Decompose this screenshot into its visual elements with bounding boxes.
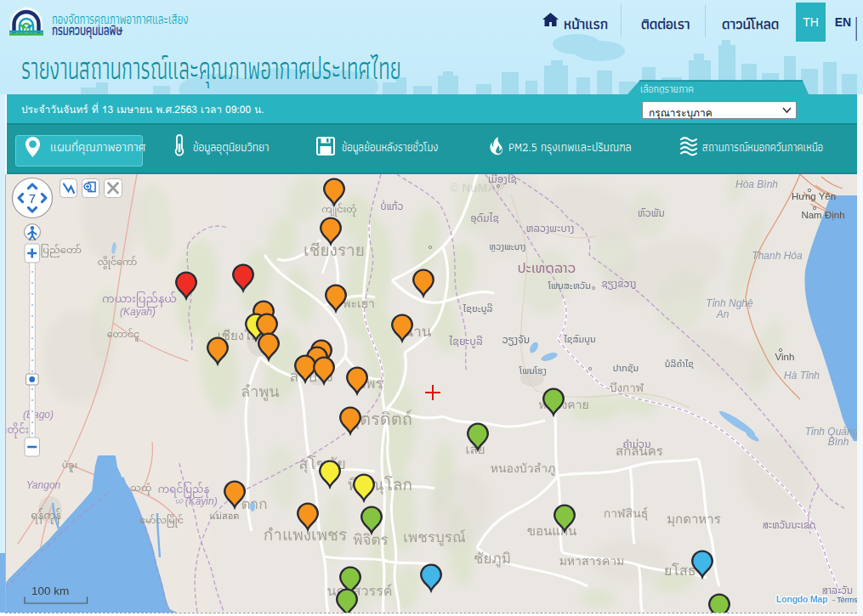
svg-text:(Bago): (Bago) [23,409,54,421]
svg-text:ໂພນໂຮງ: ໂພນໂຮງ [519,363,547,378]
svg-text:ວຽງຈັນ: ວຽງຈັນ [502,331,531,348]
svg-text:ໄຊຍະບູລີ: ໄຊຍະບູລີ [448,332,483,350]
svg-text:หนองบัวลำภู: หนองบัวลำภู [491,459,555,478]
svg-text:กาฬสินธุ์: กาฬสินธุ์ [604,504,649,523]
svg-text:มุกดาหาร: มุกดาหาร [667,509,721,529]
svg-text:ပဲခူး: ပဲခူး [62,455,78,476]
svg-text:Longdo Map: Longdo Map [776,594,827,604]
svg-text:ປະເທດລາວ: ປະເທດລາວ [518,256,576,280]
svg-text:แม่สอด: แม่สอด [210,508,240,523]
svg-text:ຫຼວງພະບາງ: ຫຼວງພະບາງ [490,240,526,254]
svg-text:เชียงราย: เชียงราย [304,237,365,263]
svg-text:မော်လမြိုင်: မော်လမြိုင် [139,511,184,531]
svg-text:An: An [716,308,730,320]
svg-text:Yangon: Yangon [26,479,61,491]
svg-text:(Kayah): (Kayah) [120,306,156,318]
svg-text:ယ (Kayin): ယ (Kayin) [172,495,217,507]
svg-text:ຊຽງຂວາງ: ຊຽງຂວາງ [601,275,636,292]
svg-text:ลำพูน: ลำพูน [241,379,279,404]
svg-text:ตาก: ตาก [241,492,268,515]
svg-text:ໄຊສົມບູນ: ໄຊສົມບູນ [563,331,596,347]
svg-text:ໄຊຍະບູລີ: ໄຊຍະບູລີ [463,301,493,316]
svg-text:ကျိုင်းတုံ: ကျိုင်းတုံ [321,200,356,220]
svg-text:ရန်ကုန်: ရန်ကုန် [31,506,61,528]
svg-text:Hưng Yên: Hưng Yên [792,191,836,201]
svg-text:ຫົວພັນ: ຫົວພັນ [638,205,665,222]
svg-text:ສະຫວັນນະເຂດ: ສະຫວັນນະເຂດ [763,517,816,533]
svg-text:Tỉnh Nghệ: Tỉnh Nghệ [706,297,753,309]
svg-text:มหาสารคาม: มหาสารคาม [559,551,625,570]
svg-text:လွိုင်ကော်: လွိုင်ကော် [98,252,138,273]
svg-text:ອຸດົມໄຊ: ອຸດົມໄຊ [470,210,499,227]
svg-text:Nam Định: Nam Định [801,210,844,220]
svg-text:© NuMAP: © NuMAP [450,181,504,195]
svg-text:ໂພນສະຫວັນ: ໂພນສະຫວັນ [548,278,591,293]
svg-text:တောင်ငူ: တောင်ငူ [107,325,140,345]
svg-text:ຫລວງພະບາງ: ຫລວງພະບາງ [526,220,575,237]
svg-text:ບໍ່ແກ້ວ: ບໍ່ແກ້ວ [381,198,404,214]
svg-text:ชัยภูมิ: ชัยภูมิ [474,546,511,569]
svg-text:ບໍລິຄຳໄຊ: ບໍລິຄຳໄຊ [665,356,694,371]
svg-text:Vinh: Vinh [775,352,795,362]
svg-text:ຄຳມ່ວນ: ຄຳມ່ວນ [622,436,650,453]
svg-text:သထုံ: သထုံ [131,478,152,499]
svg-text:7: 7 [29,191,36,206]
svg-text:Hà Tĩnh: Hà Tĩnh [784,370,820,381]
svg-text:Bình: Bình [828,436,849,448]
svg-text:พะเยา: พะเยา [343,294,375,313]
svg-text:บึงกาฬ: บึงกาฬ [610,378,644,397]
svg-text:- Terms: - Terms [832,596,858,604]
svg-text:100 km: 100 km [31,585,69,597]
svg-text:Hòa Bình: Hòa Bình [735,178,778,190]
svg-text:เพชรบูรณ์: เพชรบูรณ์ [403,525,466,548]
svg-text:Thanh Hóa: Thanh Hóa [752,250,803,262]
svg-text:ປາກຊັນ: ປາກຊັນ [613,360,639,376]
